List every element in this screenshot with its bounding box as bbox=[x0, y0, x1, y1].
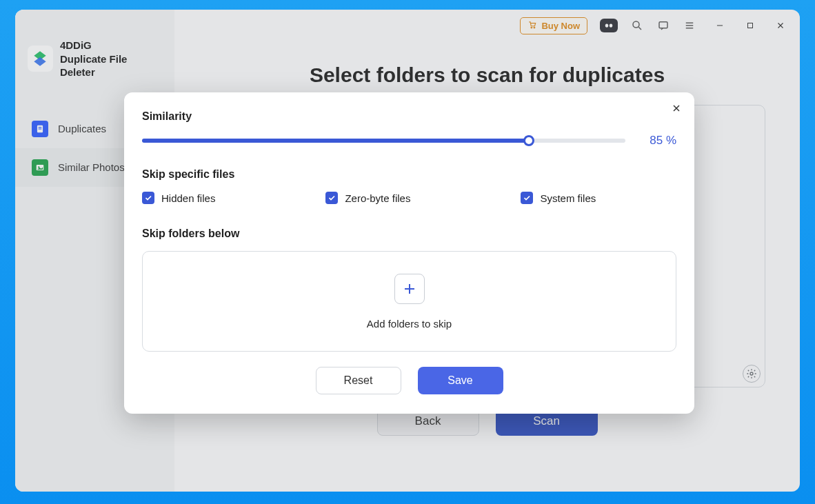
sidebar-item-label: Duplicates bbox=[58, 123, 106, 134]
app-window: 4DDiG Duplicate File Deleter Duplicates … bbox=[15, 10, 800, 492]
modal-footer: Reset Save bbox=[142, 367, 676, 394]
svg-rect-1 bbox=[39, 127, 42, 128]
checkbox-label: Zero-byte files bbox=[345, 192, 410, 204]
svg-rect-11 bbox=[748, 23, 753, 28]
maximize-icon[interactable] bbox=[743, 19, 757, 32]
svg-point-7 bbox=[605, 23, 609, 27]
similarity-slider[interactable] bbox=[142, 139, 625, 143]
skip-folders-label: Skip folders below bbox=[142, 228, 676, 240]
slider-thumb[interactable] bbox=[523, 135, 534, 146]
gear-icon bbox=[746, 368, 757, 379]
svg-point-12 bbox=[750, 372, 753, 375]
add-folders-caption: Add folders to skip bbox=[367, 318, 452, 330]
checkbox-label: System files bbox=[540, 192, 596, 204]
svg-point-6 bbox=[534, 27, 535, 28]
buy-now-label: Buy Now bbox=[541, 21, 580, 31]
feedback-icon[interactable] bbox=[656, 19, 670, 32]
app-logo-icon bbox=[28, 46, 53, 72]
buy-now-button[interactable]: Buy Now bbox=[520, 17, 587, 34]
similarity-slider-row: 85 % bbox=[142, 134, 676, 148]
checkbox-hidden-files[interactable]: Hidden files bbox=[142, 192, 215, 204]
image-icon bbox=[32, 159, 48, 176]
checkbox-icon bbox=[142, 192, 154, 204]
skip-files-checkboxes: Hidden files Zero-byte files System file… bbox=[142, 192, 676, 204]
checkbox-system-files[interactable]: System files bbox=[521, 192, 596, 204]
similarity-label: Similarity bbox=[142, 110, 676, 123]
close-icon bbox=[671, 103, 682, 114]
checkbox-icon bbox=[325, 192, 338, 204]
page-header: Select folders to scan for duplicates bbox=[174, 63, 800, 87]
save-button[interactable]: Save bbox=[418, 367, 503, 394]
checkbox-label: Hidden files bbox=[161, 192, 215, 204]
skip-folders-dropzone[interactable]: Add folders to skip bbox=[142, 251, 676, 352]
svg-point-8 bbox=[610, 23, 613, 27]
close-icon[interactable] bbox=[774, 19, 787, 32]
svg-rect-10 bbox=[659, 22, 667, 28]
add-folder-button[interactable] bbox=[394, 274, 425, 304]
search-icon[interactable] bbox=[630, 19, 644, 32]
svg-point-9 bbox=[633, 21, 639, 28]
modal-close-button[interactable] bbox=[668, 99, 685, 119]
checkbox-icon bbox=[521, 192, 533, 204]
brand-subtitle: Duplicate File Deleter bbox=[60, 52, 162, 79]
similarity-value: 85 % bbox=[642, 134, 676, 148]
reset-button[interactable]: Reset bbox=[316, 367, 401, 394]
svg-point-5 bbox=[531, 27, 532, 28]
menu-icon[interactable] bbox=[683, 19, 696, 32]
sidebar-item-label: Similar Photos bbox=[58, 161, 125, 173]
svg-point-4 bbox=[38, 166, 39, 168]
slider-fill bbox=[142, 139, 529, 143]
discord-icon[interactable] bbox=[600, 19, 618, 32]
scan-settings-modal: Similarity 85 % Skip specific files Hidd… bbox=[124, 92, 694, 414]
checkbox-zero-byte-files[interactable]: Zero-byte files bbox=[325, 192, 410, 204]
titlebar: Buy Now bbox=[174, 10, 800, 41]
cart-icon bbox=[527, 20, 537, 32]
plus-icon bbox=[401, 281, 418, 297]
skip-files-label: Skip specific files bbox=[142, 168, 676, 181]
settings-button[interactable] bbox=[743, 365, 761, 383]
document-icon bbox=[32, 121, 48, 137]
svg-rect-2 bbox=[39, 128, 42, 129]
page-title: Select folders to scan for duplicates bbox=[174, 63, 800, 87]
minimize-icon[interactable] bbox=[713, 19, 727, 32]
brand-name: 4DDiG bbox=[60, 39, 162, 52]
